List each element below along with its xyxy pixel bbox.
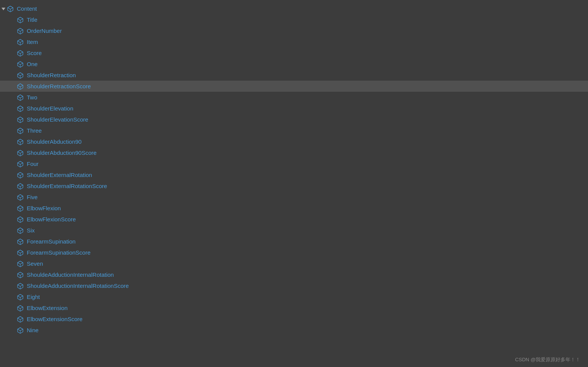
tree-item-elbowflexionscore[interactable]: ElbowFlexionScore — [0, 214, 588, 225]
svg-line-18 — [18, 41, 20, 42]
svg-marker-111 — [18, 250, 23, 253]
item-label-11: ShoulderAbduction90 — [27, 138, 81, 145]
tree-item-elbowextension[interactable]: ElbowExtension — [0, 302, 588, 313]
item-label-6: ShoulderRetractionScore — [27, 83, 91, 89]
svg-line-23 — [18, 52, 20, 54]
svg-line-83 — [18, 185, 20, 187]
svg-line-8 — [18, 19, 20, 20]
item-label-26: ElbowExtension — [27, 305, 68, 311]
svg-line-93 — [18, 207, 20, 209]
tree-item-shoulderexternalrotationscore[interactable]: ShoulderExternalRotationScore — [0, 180, 588, 192]
tree-container: Content Title OrderNumber Item Score One — [0, 0, 588, 339]
svg-line-89 — [20, 196, 23, 198]
tree-children: Title OrderNumber Item Score One Shoulde… — [0, 14, 588, 336]
item-label-1: OrderNumber — [27, 28, 62, 34]
tree-root-content[interactable]: Content — [0, 3, 588, 14]
svg-line-3 — [8, 8, 10, 9]
tree-item-forearmsupination[interactable]: ForearmSupination — [0, 236, 588, 247]
tree-item-shoulderabduction90[interactable]: ShoulderAbduction90 — [0, 136, 588, 147]
tree-item-forearmsupinationscore[interactable]: ForearmSupinationScore — [0, 247, 588, 258]
svg-line-138 — [18, 307, 20, 309]
item-label-19: Six — [27, 227, 35, 234]
tree-item-eight[interactable]: Eight — [0, 291, 588, 302]
svg-line-53 — [18, 119, 20, 120]
cube-icon-24 — [17, 283, 24, 289]
svg-marker-131 — [18, 294, 23, 297]
cube-icon-21 — [17, 249, 24, 256]
tree-item-shoulderabduction90score[interactable]: ShoulderAbduction90Score — [0, 147, 588, 158]
svg-line-143 — [18, 318, 20, 320]
svg-marker-81 — [18, 184, 23, 187]
svg-marker-86 — [18, 195, 23, 198]
svg-line-98 — [18, 218, 20, 220]
svg-line-128 — [18, 285, 20, 286]
tree-item-shoulderelevation[interactable]: ShoulderElevation — [0, 103, 588, 114]
tree-item-shoulderretraction[interactable]: ShoulderRetraction — [0, 70, 588, 81]
collapse-arrow-icon[interactable] — [2, 8, 5, 10]
svg-line-34 — [20, 74, 23, 76]
cube-icon-8 — [17, 105, 24, 112]
tree-item-six[interactable]: Six — [0, 225, 588, 236]
svg-line-68 — [18, 152, 20, 153]
svg-line-109 — [20, 240, 23, 242]
svg-line-124 — [20, 274, 23, 275]
tree-item-item[interactable]: Item — [0, 36, 588, 47]
svg-line-43 — [18, 96, 20, 98]
svg-marker-41 — [18, 95, 23, 98]
svg-line-78 — [18, 174, 20, 175]
svg-line-118 — [18, 263, 20, 264]
svg-marker-96 — [18, 217, 23, 220]
svg-line-129 — [20, 285, 23, 286]
svg-line-39 — [20, 85, 23, 87]
tree-item-ordernumber[interactable]: OrderNumber — [0, 25, 588, 36]
item-label-22: Seven — [27, 260, 43, 267]
svg-marker-101 — [18, 228, 23, 231]
tree-item-seven[interactable]: Seven — [0, 258, 588, 269]
item-label-9: ShoulderElevationScore — [27, 116, 88, 123]
cube-icon-0 — [17, 16, 24, 23]
tree-item-shouldeadductioninternalrotationscore[interactable]: ShouldeAdductionInternalRotationScore — [0, 280, 588, 291]
item-label-7: Two — [27, 94, 37, 101]
tree-item-shoulderretractionscore[interactable]: ShoulderRetractionScore — [0, 81, 588, 92]
svg-line-113 — [18, 252, 20, 253]
tree-item-two[interactable]: Two — [0, 92, 588, 103]
cube-icon-15 — [17, 183, 24, 190]
svg-line-48 — [18, 107, 20, 109]
cube-icon-7 — [17, 94, 24, 101]
svg-line-84 — [20, 185, 23, 187]
item-label-4: One — [27, 61, 37, 67]
tree-item-five[interactable]: Five — [0, 192, 588, 203]
svg-marker-16 — [18, 39, 23, 42]
svg-line-149 — [20, 329, 23, 331]
cube-icon-17 — [17, 205, 24, 212]
item-label-27: ElbowExtensionScore — [27, 316, 83, 322]
svg-line-108 — [18, 240, 20, 242]
cube-icon-18 — [17, 216, 24, 223]
item-label-0: Title — [27, 16, 37, 23]
cube-icon-28 — [17, 327, 24, 334]
svg-marker-6 — [18, 17, 23, 20]
cube-icon-6 — [17, 83, 24, 90]
item-label-15: ShoulderExternalRotationScore — [27, 183, 107, 189]
tree-item-one[interactable]: One — [0, 58, 588, 70]
svg-line-14 — [20, 30, 23, 31]
cube-icon-3 — [17, 50, 24, 57]
svg-line-38 — [18, 85, 20, 87]
tree-item-elbowextensionscore[interactable]: ElbowExtensionScore — [0, 313, 588, 325]
tree-item-shouldeadductioninternalrotation[interactable]: ShouldeAdductionInternalRotation — [0, 269, 588, 280]
svg-line-123 — [18, 274, 20, 275]
cube-icon-25 — [17, 294, 24, 300]
tree-item-score[interactable]: Score — [0, 47, 588, 58]
cube-icon-23 — [17, 271, 24, 278]
tree-item-three[interactable]: Three — [0, 125, 588, 136]
tree-item-elbowflexion[interactable]: ElbowFlexion — [0, 203, 588, 214]
svg-line-79 — [20, 174, 23, 175]
tree-item-shoulderexternalrotation[interactable]: ShoulderExternalRotation — [0, 169, 588, 180]
tree-item-shoulderelevationscore[interactable]: ShoulderElevationScore — [0, 114, 588, 125]
tree-item-title[interactable]: Title — [0, 14, 588, 25]
tree-item-four[interactable]: Four — [0, 158, 588, 169]
tree-item-nine[interactable]: Nine — [0, 325, 588, 336]
svg-marker-51 — [18, 117, 23, 120]
cube-icon-9 — [17, 116, 24, 123]
svg-line-54 — [20, 119, 23, 120]
